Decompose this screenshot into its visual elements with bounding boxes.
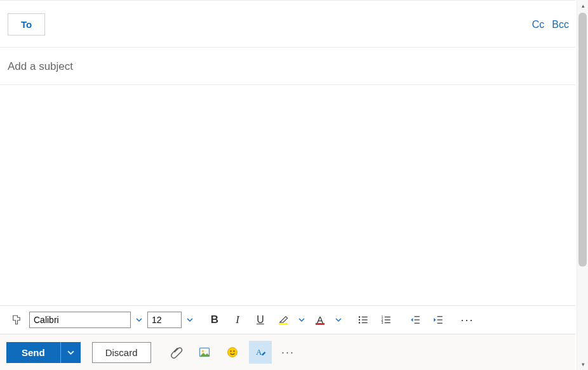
scroll-down-arrow[interactable]: ▾: [577, 359, 588, 370]
chevron-down-icon: [298, 317, 305, 323]
increase-indent-button[interactable]: [428, 310, 448, 330]
format-painter-icon: [11, 314, 22, 326]
svg-point-20: [227, 348, 237, 357]
image-icon: [198, 346, 211, 359]
emoji-button[interactable]: [221, 341, 244, 364]
font-size-dropdown[interactable]: [184, 312, 196, 328]
font-color-dropdown[interactable]: [333, 312, 344, 328]
more-formatting-button[interactable]: ···: [457, 310, 478, 330]
to-input[interactable]: [45, 15, 525, 35]
svg-text:3: 3: [382, 320, 384, 324]
svg-point-22: [233, 350, 234, 352]
scroll-up-arrow[interactable]: ▴: [577, 0, 588, 11]
emoji-icon: [226, 346, 239, 359]
toggle-formatting-button[interactable]: A: [249, 341, 272, 364]
paperclip-icon: [170, 346, 183, 359]
font-name-dropdown[interactable]: [133, 312, 145, 328]
subject-input[interactable]: [8, 60, 569, 73]
compose-container: To Cc Bcc B I U: [0, 0, 575, 370]
underline-button[interactable]: U: [250, 310, 271, 330]
italic-button[interactable]: I: [227, 310, 248, 330]
bcc-button[interactable]: Bcc: [552, 19, 569, 30]
svg-text:A: A: [256, 348, 262, 357]
svg-point-21: [230, 350, 231, 352]
insert-image-button[interactable]: [193, 341, 216, 364]
indent-icon: [432, 314, 444, 326]
numbered-list-icon: 1 2 3: [380, 314, 392, 326]
highlight-button[interactable]: [273, 310, 293, 330]
message-body[interactable]: [0, 85, 575, 305]
chevron-down-icon: [136, 317, 142, 323]
svg-point-2: [359, 319, 360, 320]
format-painter-button[interactable]: [6, 310, 27, 330]
font-color-swatch: [316, 323, 324, 325]
bold-button[interactable]: B: [204, 310, 225, 330]
highlight-swatch: [279, 323, 288, 325]
chevron-down-icon: [187, 317, 193, 323]
to-button[interactable]: To: [8, 13, 45, 36]
bulleted-list-icon: [357, 314, 369, 326]
decrease-indent-button[interactable]: [405, 310, 425, 330]
formatting-toolbar: B I U A 1 2: [0, 305, 575, 334]
bulleted-list-button[interactable]: [353, 310, 373, 330]
more-actions-button[interactable]: ···: [277, 341, 300, 364]
vertical-scrollbar[interactable]: ▴ ▾: [577, 0, 588, 370]
font-name-input[interactable]: [29, 312, 131, 328]
svg-point-0: [359, 316, 360, 317]
highlight-dropdown[interactable]: [296, 312, 307, 328]
scroll-thumb[interactable]: [578, 13, 587, 267]
send-options-dropdown[interactable]: [60, 342, 81, 363]
svg-point-4: [359, 322, 360, 323]
attach-button[interactable]: [165, 341, 188, 364]
chevron-down-icon: [67, 349, 74, 356]
numbered-list-button[interactable]: 1 2 3: [376, 310, 396, 330]
outdent-icon: [410, 314, 421, 326]
send-group: Send: [6, 342, 81, 363]
send-button[interactable]: Send: [6, 342, 60, 363]
cc-button[interactable]: Cc: [532, 19, 545, 30]
action-toolbar: Send Discard: [0, 334, 575, 370]
svg-point-19: [201, 350, 203, 352]
font-color-button[interactable]: A: [310, 310, 330, 330]
to-row: To Cc Bcc: [0, 1, 575, 48]
discard-button[interactable]: Discard: [92, 342, 151, 363]
toggle-format-icon: A: [254, 346, 267, 359]
subject-row: [0, 48, 575, 85]
font-size-input[interactable]: [147, 312, 182, 328]
chevron-down-icon: [335, 317, 342, 323]
